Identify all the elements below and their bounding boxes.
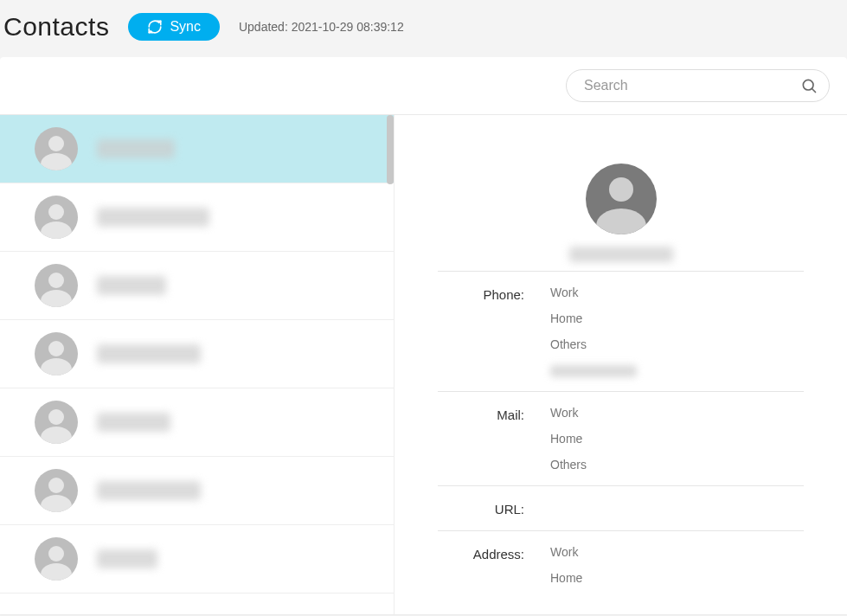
section-label: Phone: bbox=[438, 286, 550, 377]
detail-section: URL: bbox=[438, 485, 804, 530]
section-label: URL: bbox=[438, 500, 550, 517]
updated-timestamp: Updated: 2021-10-29 08:39:12 bbox=[239, 20, 404, 34]
detail-header bbox=[438, 164, 804, 262]
contact-row[interactable] bbox=[0, 457, 394, 525]
avatar bbox=[35, 537, 78, 581]
search-input[interactable] bbox=[566, 69, 830, 102]
page-title: Contacts bbox=[3, 12, 109, 42]
contact-name bbox=[97, 208, 209, 227]
section-label: Mail: bbox=[438, 406, 550, 472]
contact-row[interactable] bbox=[0, 320, 394, 388]
section-values: WorkHomeOthers bbox=[550, 286, 804, 377]
detail-avatar bbox=[586, 164, 657, 234]
value-row: Home bbox=[550, 571, 804, 585]
detail-section: Address:WorkHome bbox=[438, 530, 804, 599]
sync-button-label: Sync bbox=[170, 19, 201, 35]
contact-name bbox=[97, 276, 166, 295]
search-icon bbox=[800, 77, 818, 94]
svg-line-1 bbox=[812, 89, 816, 93]
value-row: Work bbox=[550, 545, 804, 559]
avatar bbox=[35, 469, 78, 512]
contact-detail: Phone:WorkHomeOthersMail:WorkHomeOthersU… bbox=[395, 115, 847, 614]
content: Phone:WorkHomeOthersMail:WorkHomeOthersU… bbox=[0, 115, 847, 614]
contact-name bbox=[97, 481, 201, 500]
value-row: Others bbox=[550, 458, 804, 472]
value-redacted bbox=[550, 365, 637, 377]
section-label: Address: bbox=[438, 545, 550, 585]
scrollbar-thumb[interactable] bbox=[387, 115, 394, 184]
value-row: Home bbox=[550, 432, 804, 446]
contact-name bbox=[97, 344, 201, 363]
value-row: Work bbox=[550, 406, 804, 420]
contact-row[interactable] bbox=[0, 183, 394, 252]
avatar bbox=[35, 196, 78, 239]
contact-row[interactable] bbox=[0, 388, 394, 457]
sync-icon bbox=[147, 19, 163, 35]
search-row bbox=[0, 57, 847, 115]
value-row: Home bbox=[550, 311, 804, 325]
avatar bbox=[35, 332, 78, 375]
contact-list[interactable] bbox=[0, 115, 395, 614]
value-row: Others bbox=[550, 337, 804, 351]
detail-section: Phone:WorkHomeOthers bbox=[438, 271, 804, 391]
value-row bbox=[550, 363, 804, 377]
contact-row[interactable] bbox=[0, 115, 394, 183]
contact-name bbox=[97, 549, 157, 568]
section-values bbox=[550, 500, 804, 517]
avatar bbox=[35, 264, 78, 307]
detail-name bbox=[569, 247, 673, 262]
contact-name bbox=[97, 413, 170, 432]
header: Contacts Sync Updated: 2021-10-29 08:39:… bbox=[0, 0, 847, 57]
sync-button[interactable]: Sync bbox=[128, 13, 220, 41]
search-wrap bbox=[566, 69, 830, 102]
avatar bbox=[35, 401, 78, 444]
value-row: Work bbox=[550, 286, 804, 299]
section-values: WorkHome bbox=[550, 545, 804, 585]
avatar bbox=[35, 127, 78, 170]
contact-row[interactable] bbox=[0, 252, 394, 320]
section-values: WorkHomeOthers bbox=[550, 406, 804, 472]
contact-row[interactable] bbox=[0, 525, 394, 594]
main-panel: Phone:WorkHomeOthersMail:WorkHomeOthersU… bbox=[0, 57, 847, 614]
contact-name bbox=[97, 139, 175, 158]
detail-section: Mail:WorkHomeOthers bbox=[438, 391, 804, 485]
